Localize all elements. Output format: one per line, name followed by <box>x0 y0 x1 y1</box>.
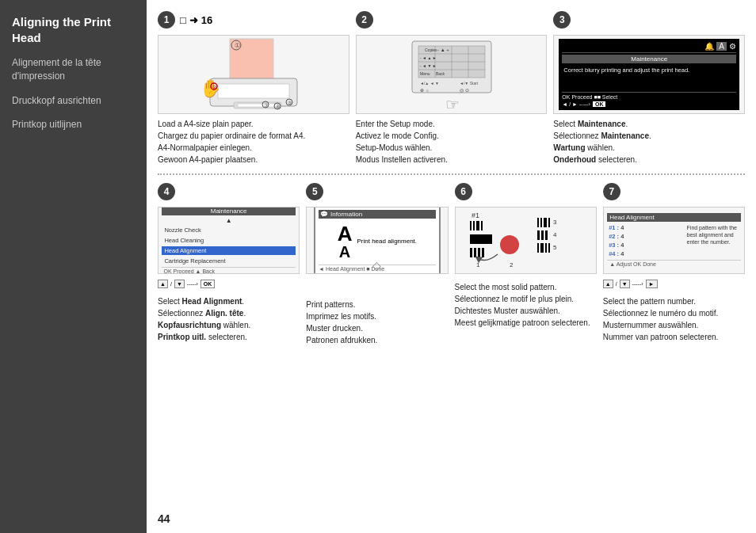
step-3-text: Select Maintenance. Sélectionnez Mainten… <box>553 118 745 166</box>
align-key-1: #1 : <box>609 224 619 231</box>
step-6-image: #1 3 <box>455 207 597 274</box>
svg-text:◄/▼  Start: ◄/▼ Start <box>460 81 479 86</box>
step-2-line-3: Setup-Modus wählen. <box>356 142 548 154</box>
step-2-number: 2 <box>356 11 373 29</box>
svg-text:3: 3 <box>553 219 557 226</box>
nav-up-btn-7[interactable]: ▲ <box>603 280 613 288</box>
step-1-line-3: A4-Normalpapier einlegen. <box>158 142 349 154</box>
step-7-text: Select the pattern number. Sélectionnez … <box>603 295 745 343</box>
step-5-line-4: Patronen afdrukken. <box>306 334 448 346</box>
step-4: 4 Maintenance ▲ Nozzle Check Head Cleani… <box>158 183 300 346</box>
step-7: 7 Head Alignment #1 : 4 #2 : 4 <box>603 183 745 346</box>
screen-icons: 🔔 A ⚙ <box>562 42 736 53</box>
step-3-header: 3 <box>553 11 745 29</box>
nav-up-btn[interactable]: ▲ <box>158 280 168 288</box>
nav-dashes: -----› <box>187 281 198 287</box>
svg-text:-  ◄  ▲  ►: - ◄ ▲ ► <box>420 55 437 60</box>
step-7-line-1: Select the pattern number. <box>603 295 745 307</box>
step-1-line-1: Load a A4-size plain paper. <box>158 118 349 130</box>
svg-rect-50 <box>544 218 547 227</box>
step-1-number: 1 <box>158 11 175 29</box>
step-2-text: Enter the Setup mode. Activez le mode Co… <box>356 118 548 166</box>
step-1-icon: □ ➜ 16 <box>180 14 212 26</box>
svg-text:②: ② <box>212 85 216 89</box>
step-1-line-4: Gewoon A4-papier plaatsen. <box>158 154 349 166</box>
step-4-line-3: Kopfausrichtung wählen. <box>158 319 300 331</box>
sidebar-subtitle-3: Printkop uitlijnen <box>12 118 135 131</box>
nav-dashes-7: -----› <box>632 281 643 287</box>
align-box: Head Alignment #1 : 4 #2 : 4 <box>607 213 740 268</box>
nav-sep-7: / <box>616 281 617 287</box>
step-7-number: 7 <box>603 183 620 200</box>
info-title: 💬 Information <box>319 210 436 219</box>
nav-sep: / <box>170 281 172 287</box>
svg-text:⊕  ☼: ⊕ ☼ <box>420 88 430 93</box>
step-6-line-4: Meest gelijkmatige patroon selecteren. <box>455 317 597 329</box>
align-val-4: 4 <box>620 250 624 257</box>
svg-rect-57 <box>545 243 547 253</box>
page-number: 44 <box>158 512 170 525</box>
align-footer: ▲ Adjust OK Done <box>607 260 740 268</box>
menu-item-2: Head Cleaning <box>162 236 295 245</box>
svg-rect-51 <box>548 218 550 227</box>
printer-illustration: ① ③ ④ ⑤ ✋ ② <box>190 35 317 114</box>
step-1-text: Load a A4-size plain paper. Chargez du p… <box>158 118 349 166</box>
step-3-screen: 🔔 A ⚙ Maintenance Correct blurry printin… <box>559 39 739 110</box>
clock-icon: 🔔 <box>704 42 714 51</box>
align-row-1: #1 : 4 <box>609 223 682 232</box>
step-3-number: 3 <box>553 11 571 29</box>
step-4-line-4: Printkop uitl. selecteren. <box>158 331 300 343</box>
align-key-2: #2 : <box>609 233 619 240</box>
setup-illustration: Copies - ▲ + - ◄ ▲ ► - ◄ ▼ ► Menu Back ◄… <box>388 35 515 114</box>
svg-text:2: 2 <box>510 261 514 268</box>
nav-left: ◄ / ► -----› <box>562 101 590 107</box>
align-content: #1 : 4 #2 : 4 #3 : 4 <box>607 222 740 260</box>
svg-rect-4 <box>218 84 289 98</box>
menu-item-1: Nozzle Check <box>162 226 295 234</box>
sidebar-subtitle-2: Druckkopf ausrichten <box>12 94 135 108</box>
svg-rect-53 <box>541 230 544 240</box>
svg-rect-6 <box>238 104 277 107</box>
step-1-image: ① ③ ④ ⑤ ✋ ② <box>158 35 349 114</box>
svg-text:①: ① <box>235 42 240 49</box>
svg-rect-49 <box>540 218 542 227</box>
svg-text:◎  ⊙: ◎ ⊙ <box>460 88 469 93</box>
nav-down-btn[interactable]: ▼ <box>174 280 185 288</box>
step-2-line-1: Enter the Setup mode. <box>356 118 548 130</box>
nav-down-btn-7[interactable]: ▼ <box>620 280 630 288</box>
step-5: 5 💬 Information A A Print head alignment… <box>306 183 448 346</box>
svg-rect-37 <box>473 221 475 230</box>
align-desc: Find pattern with the best alignment and… <box>685 222 741 260</box>
svg-text:-  ◄  ▼  ►: - ◄ ▼ ► <box>420 63 437 68</box>
svg-text:⑤: ⑤ <box>288 101 292 105</box>
step-3-line-1: Select Maintenance. <box>553 118 745 130</box>
align-rows: #1 : 4 #2 : 4 #3 : 4 <box>607 222 683 260</box>
diamond-btn[interactable]: ◇ <box>372 259 381 272</box>
main-content: 1 □ ➜ 16 ① <box>147 0 756 533</box>
step-6: 6 #1 <box>455 183 597 346</box>
menu-item-selected: Head Alignment <box>162 246 295 255</box>
svg-text:Menu: Menu <box>420 71 430 76</box>
nav-right-btn-7[interactable]: ► <box>646 280 658 288</box>
svg-text:1: 1 <box>476 261 480 268</box>
ok-btn[interactable]: OK <box>593 101 606 107</box>
step-4-line-1: Select Head Alignment. <box>158 295 300 307</box>
step-7-nav: ▲ / ▼ -----› ► <box>603 280 745 288</box>
align-val-1: 4 <box>620 224 624 231</box>
step-4-header: 4 <box>158 183 300 200</box>
align-val-3: 4 <box>620 242 624 249</box>
step-6-line-2: Sélectionnez le motif le plus plein. <box>455 293 597 305</box>
screen-title: Maintenance <box>562 55 736 63</box>
menu-item-4: Cartridge Replacement <box>162 257 295 265</box>
ok-btn-4[interactable]: OK <box>200 280 216 288</box>
screen-nav: OK Proceed ■■ Select <box>562 92 736 100</box>
svg-text:④: ④ <box>276 105 280 109</box>
sidebar-subtitle-1: Alignement de la tête d'impression <box>12 56 135 83</box>
screen-nav-text: OK Proceed ■■ Select <box>562 94 617 100</box>
arrow-icon: ➜ <box>189 14 198 26</box>
menu-arrow-up: ▲ <box>162 217 295 224</box>
svg-point-61 <box>500 235 519 254</box>
info-letters: A A <box>338 223 353 260</box>
svg-rect-40 <box>470 234 492 244</box>
step-5-line-1: Print patterns. <box>306 299 448 310</box>
